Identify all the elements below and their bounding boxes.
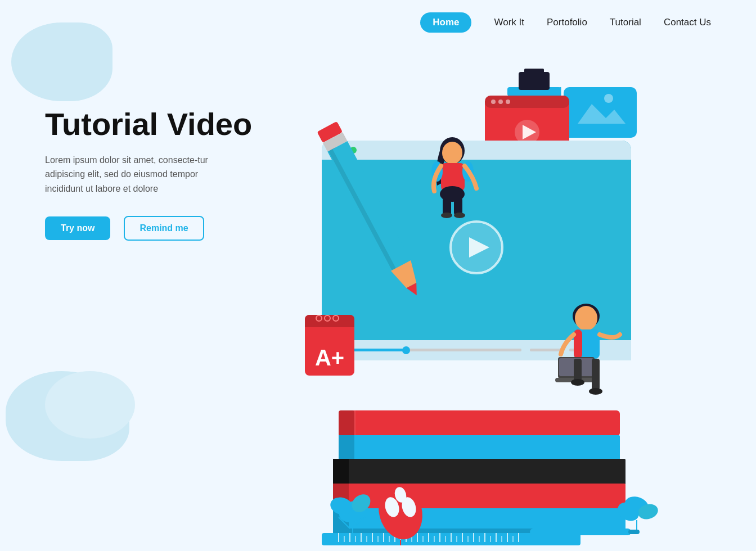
svg-rect-66 — [574, 359, 582, 381]
navigation: Home Work It Portofolio Tutorial Contact… — [420, 12, 711, 33]
remind-me-button[interactable]: Remind me — [124, 216, 204, 241]
svg-rect-22 — [322, 148, 631, 160]
svg-point-11 — [498, 100, 503, 104]
nav-item-home[interactable]: Home — [420, 12, 471, 33]
svg-rect-74 — [339, 435, 354, 460]
svg-rect-38 — [305, 320, 354, 327]
svg-rect-32 — [347, 349, 406, 351]
main-illustration: A+ — [259, 62, 711, 545]
svg-rect-132 — [628, 530, 640, 534]
hero-description: Lorem ipsum dolor sit amet, consecte-tur… — [45, 153, 214, 196]
nav-item-tutorial[interactable]: Tutorial — [610, 17, 641, 28]
svg-point-7 — [604, 94, 613, 103]
nav-item-portfolio[interactable]: Portofolio — [547, 17, 587, 28]
left-section: Tutorial Video Lorem ipsum dolor sit ame… — [45, 62, 259, 241]
right-illustration: A+ — [259, 62, 711, 545]
svg-point-68 — [571, 379, 584, 386]
svg-point-58 — [454, 213, 465, 218]
svg-rect-73 — [339, 435, 620, 460]
cta-buttons: Try now Remind me — [45, 216, 259, 241]
svg-rect-71 — [339, 410, 354, 436]
svg-rect-67 — [592, 359, 600, 390]
svg-rect-34 — [530, 349, 564, 351]
nav-item-workit[interactable]: Work It — [494, 17, 524, 28]
svg-text:A+: A+ — [315, 345, 344, 370]
svg-rect-9 — [485, 96, 569, 108]
svg-rect-70 — [339, 410, 620, 436]
svg-point-57 — [441, 213, 452, 218]
hero-title: Tutorial Video — [45, 107, 259, 142]
main-content: Tutorial Video Lorem ipsum dolor sit ame… — [0, 45, 756, 545]
header: Home Work It Portofolio Tutorial Contact… — [0, 0, 756, 45]
svg-rect-56 — [454, 198, 462, 215]
svg-rect-72 — [354, 410, 356, 436]
svg-rect-76 — [333, 459, 349, 485]
nav-item-contact[interactable]: Contact Us — [664, 17, 711, 28]
svg-rect-1 — [519, 72, 550, 90]
svg-rect-77 — [333, 484, 626, 509]
svg-rect-2 — [524, 69, 544, 74]
svg-point-33 — [402, 346, 410, 354]
svg-point-60 — [575, 306, 597, 331]
svg-point-12 — [506, 100, 510, 104]
svg-point-69 — [589, 388, 602, 395]
svg-point-10 — [491, 100, 496, 104]
svg-point-50 — [442, 142, 462, 164]
svg-rect-55 — [443, 198, 451, 215]
svg-rect-131 — [530, 529, 631, 535]
try-now-button[interactable]: Try now — [45, 216, 110, 240]
svg-rect-75 — [333, 459, 626, 485]
